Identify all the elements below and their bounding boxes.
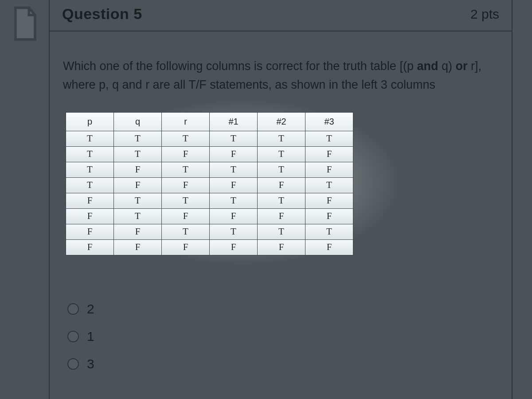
question-card: Question 5 2 pts Which one of the follow… — [49, 0, 512, 399]
cell: F — [162, 177, 210, 193]
cell: T — [258, 131, 305, 146]
cell: F — [305, 239, 353, 255]
table-body: TTTTTTTTFFTFTFTTTFTFFFFTFTTTTFFTFFFFFFTT… — [66, 131, 353, 255]
radio-icon[interactable] — [67, 303, 79, 315]
cell: T — [114, 193, 162, 208]
cell: F — [258, 208, 305, 224]
option-3[interactable]: 3 — [67, 356, 498, 372]
option-label: 1 — [87, 329, 94, 344]
table-row: FTTTTF — [66, 193, 353, 208]
cell: F — [114, 162, 162, 177]
cell: F — [66, 193, 114, 208]
cell: F — [162, 146, 210, 162]
table-row: FTFFFF — [66, 208, 353, 224]
col-header-num1: #1 — [210, 112, 258, 131]
question-body: Which one of the following columns is co… — [50, 31, 512, 399]
cell: F — [305, 146, 353, 162]
question-points: 2 pts — [470, 7, 499, 22]
cell: F — [305, 162, 353, 177]
question-header: Question 5 2 pts — [50, 0, 512, 31]
cell: T — [66, 131, 114, 146]
cell: T — [258, 146, 305, 162]
cell: T — [114, 146, 162, 162]
col-header-num2: #2 — [258, 112, 305, 131]
question-prompt: Which one of the following columns is co… — [63, 57, 498, 94]
cell: T — [305, 177, 353, 193]
cell: T — [66, 146, 114, 162]
truth-table: pqr#1#2#3 TTTTTTTTFFTFTFTTTFTFFFFTFTTTTF… — [66, 112, 353, 255]
cell: T — [258, 162, 305, 177]
cell: F — [210, 239, 258, 255]
option-1[interactable]: 1 — [67, 329, 498, 344]
radio-icon[interactable] — [67, 358, 79, 370]
cell: T — [258, 193, 305, 208]
cell: F — [162, 239, 210, 255]
option-label: 3 — [87, 356, 94, 372]
cell: T — [66, 177, 114, 193]
cell: T — [258, 224, 305, 239]
col-header-r: r — [162, 112, 210, 131]
cell: F — [210, 177, 258, 193]
question-title: Question 5 — [62, 5, 142, 23]
cell: T — [162, 193, 210, 208]
truth-table-container: pqr#1#2#3 TTTTTTTTFFTFTFTTTFTFFFFTFTTTTF… — [66, 112, 353, 255]
cell: T — [305, 224, 353, 239]
cell: F — [305, 208, 353, 224]
cell: F — [258, 177, 305, 193]
cell: F — [305, 193, 353, 208]
radio-icon[interactable] — [67, 331, 79, 342]
cell: T — [162, 162, 210, 177]
cell: T — [114, 131, 162, 146]
col-header-p: p — [66, 112, 114, 131]
cell: T — [162, 224, 210, 239]
page-icon — [11, 36, 40, 43]
cell: F — [66, 208, 114, 224]
cell: T — [114, 208, 162, 224]
table-row: FFFFFF — [66, 239, 353, 255]
table-row: TFTTTF — [66, 162, 353, 177]
answer-options: 213 — [67, 301, 498, 372]
table-row: TTFFTF — [66, 146, 353, 162]
table-row: FFTTTT — [66, 224, 353, 239]
cell: F — [162, 208, 210, 224]
option-2[interactable]: 2 — [67, 301, 498, 317]
cell: F — [66, 224, 114, 239]
cell: F — [114, 177, 162, 193]
cell: T — [210, 131, 258, 146]
cell: T — [162, 131, 210, 146]
col-header-q: q — [114, 112, 162, 131]
cell: T — [210, 193, 258, 208]
cell: F — [66, 239, 114, 255]
cell: F — [258, 239, 305, 255]
option-label: 2 — [87, 301, 94, 317]
table-header-row: pqr#1#2#3 — [66, 112, 353, 131]
cell: F — [210, 146, 258, 162]
cell: F — [114, 239, 162, 255]
col-header-num3: #3 — [305, 112, 353, 131]
cell: T — [210, 224, 258, 239]
table-row: TTTTTT — [66, 131, 353, 146]
cell: F — [210, 208, 258, 224]
table-row: TFFFFT — [66, 177, 353, 193]
cell: T — [210, 162, 258, 177]
cell: F — [114, 224, 162, 239]
cell: T — [305, 131, 353, 146]
cell: T — [66, 162, 114, 177]
